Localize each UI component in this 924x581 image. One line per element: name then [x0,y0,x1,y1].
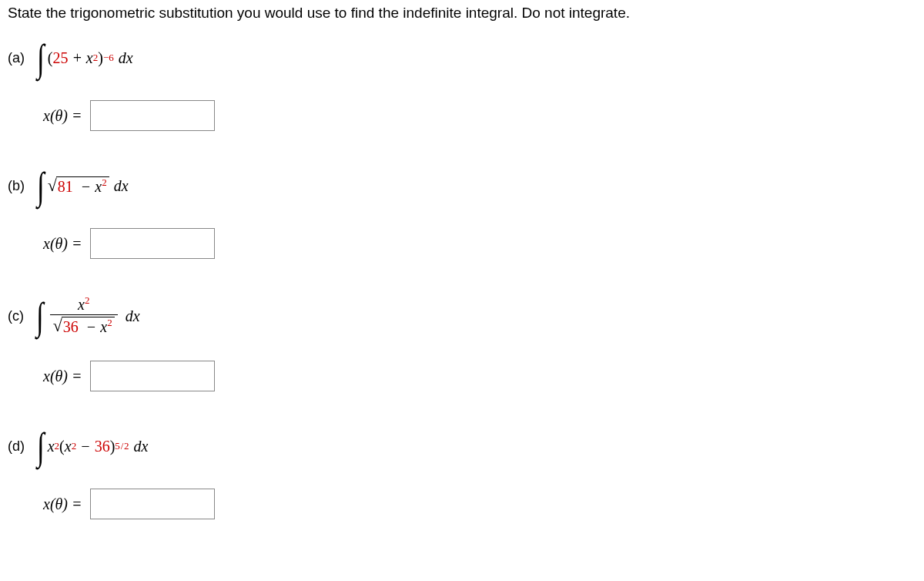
part-c-label: (c) [8,308,24,324]
answer-label-c: x(θ) = [43,368,82,385]
answer-row-b: x(θ) = [43,228,916,259]
integral-sign-icon: ∫ [37,39,45,77]
coeff-c: 36 [63,318,79,335]
exp-a: 6 [109,52,114,63]
answer-row-d: x(θ) = [43,489,916,519]
part-c: (c) ∫ x2 √ 36 − x2 dx x(θ) = [8,294,916,391]
integral-sign-icon: ∫ [37,166,45,205]
part-b-integral-row: (b) ∫ √ 81 − x2 dx [8,166,916,205]
part-a: (a) ∫ (25 + x2)−6 dx x(θ) = [8,39,916,131]
part-a-integral-row: (a) ∫ (25 + x2)−6 dx [8,39,916,77]
answer-label-d: x(θ) = [43,495,82,513]
answer-label-a: x(θ) = [43,107,82,125]
part-d-label: (d) [8,438,25,455]
integral-a: ∫ (25 + x2)−6 dx [35,39,133,77]
fraction-c: x2 √ 36 − x2 [50,294,118,338]
integral-sign-icon: ∫ [36,297,44,335]
answer-input-d[interactable] [90,489,215,519]
answer-input-c[interactable] [90,361,215,391]
part-b: (b) ∫ √ 81 − x2 dx x(θ) = [8,166,916,259]
answer-input-a[interactable] [90,100,215,131]
coeff-d: 36 [95,438,110,455]
answer-label-b: x(θ) = [43,235,82,253]
part-d-integral-row: (d) ∫ x2(x2 − 36)5 / 2 dx [8,427,916,465]
answer-input-b[interactable] [90,228,215,259]
part-c-integral-row: (c) ∫ x2 √ 36 − x2 dx [8,294,916,338]
part-d: (d) ∫ x2(x2 − 36)5 / 2 dx x(θ) = [8,427,916,519]
coeff-b: 81 [58,178,73,195]
integrand-d: x2(x2 − 36)5 / 2 dx [48,438,149,455]
answer-row-c: x(θ) = [43,361,916,391]
exp-den-d: 2 [124,440,129,452]
integrand-b: √ 81 − x2 dx [48,176,129,196]
part-b-label: (b) [8,178,25,194]
coeff-a: 25 [52,49,68,67]
integral-sign-icon: ∫ [37,427,45,465]
integral-d: ∫ x2(x2 − 36)5 / 2 dx [35,427,148,465]
part-a-label: (a) [8,50,25,66]
answer-row-a: x(θ) = [43,100,916,131]
integral-b: ∫ √ 81 − x2 dx [35,166,129,205]
question-prompt: State the trigonometric substitution you… [8,5,916,22]
integral-c: ∫ x2 √ 36 − x2 dx [35,294,140,338]
integrand-a: (25 + x2)−6 dx [48,49,133,67]
